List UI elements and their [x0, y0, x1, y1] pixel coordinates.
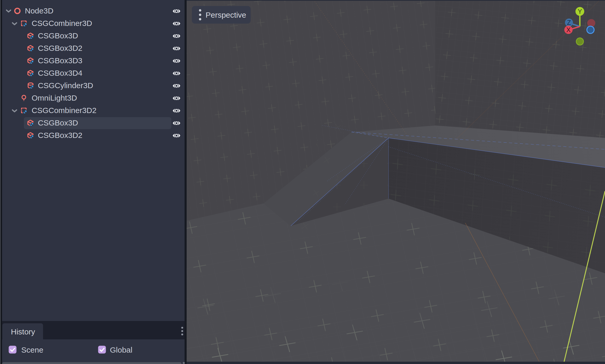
svg-text:Y: Y: [578, 8, 582, 15]
svg-text:Z: Z: [567, 19, 571, 26]
svg-text:X: X: [566, 26, 571, 33]
svg-text:Perspective: Perspective: [206, 11, 246, 19]
